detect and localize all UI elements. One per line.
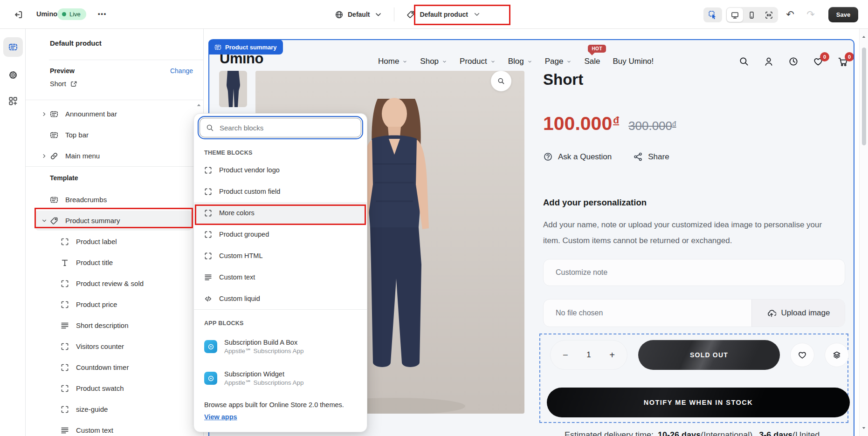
sidebar-item-short-description[interactable]: Short description: [26, 315, 204, 336]
product-prices: 100.000đ 300.000đ: [543, 113, 676, 135]
scrollbar-thumb[interactable]: [862, 48, 866, 145]
search-blocks-input[interactable]: [200, 118, 361, 137]
image-zoom-button[interactable]: [491, 71, 511, 91]
sidebar-item-announcement-bar[interactable]: Announment bar: [26, 103, 204, 124]
block-option-custom-html[interactable]: Custom HTML: [194, 245, 367, 266]
chevron-down-icon: [527, 59, 532, 64]
text-lines-icon: [61, 426, 69, 435]
search-icon: [206, 124, 214, 132]
apps-tab[interactable]: [3, 91, 23, 111]
fullscreen-view-button[interactable]: [761, 8, 777, 22]
block-icon: [204, 166, 212, 174]
store-recently-viewed-button[interactable]: [788, 56, 799, 67]
undo-button[interactable]: ↶: [783, 7, 798, 22]
quantity-increase-button[interactable]: +: [609, 350, 615, 361]
inspector-toggle-button[interactable]: [703, 7, 722, 22]
store-search-button[interactable]: [739, 56, 749, 67]
preview-page[interactable]: Short: [50, 80, 77, 88]
chevron-down-icon: [402, 59, 407, 64]
product-thumbnail-image[interactable]: [219, 71, 247, 107]
product-title: Short: [543, 71, 583, 89]
chevron-right-icon[interactable]: [41, 111, 48, 117]
scroll-down-arrow[interactable]: [861, 426, 866, 430]
sidebar-item-visitors-counter[interactable]: Visitors counter: [26, 336, 204, 357]
hot-badge: HOT: [588, 45, 606, 53]
sidebar-item-product-swatch[interactable]: Product swatch: [26, 378, 204, 399]
text-lines-icon: [61, 321, 69, 330]
exit-editor-button[interactable]: [9, 7, 27, 22]
sidebar-item-main-menu[interactable]: Main menu: [26, 145, 204, 166]
nav-item-buy-umino[interactable]: Buy Umino!: [613, 57, 654, 66]
sidebar-item-custom-text[interactable]: Custom text: [26, 420, 204, 436]
view-apps-link[interactable]: View apps: [204, 413, 237, 421]
quantity-decrease-button[interactable]: −: [563, 350, 568, 361]
sold-out-button[interactable]: SOLD OUT: [638, 340, 780, 370]
upload-image-button[interactable]: Upload image: [751, 300, 845, 327]
add-to-wishlist-button[interactable]: [790, 343, 814, 367]
question-circle-icon: [543, 152, 553, 162]
redo-button[interactable]: ↷: [803, 7, 818, 22]
sidebar-item-product-title[interactable]: Product title: [26, 252, 204, 273]
notify-me-button[interactable]: NOTIFY ME WHEN IN STOCK: [547, 388, 850, 417]
sidebar-item-top-bar[interactable]: Top bar: [26, 124, 204, 145]
locale-selector[interactable]: Default: [335, 10, 389, 19]
compare-at-price: 300.000đ: [628, 119, 676, 133]
nav-item-product[interactable]: Product: [460, 57, 496, 66]
appstle-app-icon: [204, 340, 217, 353]
customize-note-input[interactable]: [543, 259, 845, 286]
section-icon: [50, 196, 58, 204]
theme-settings-tab[interactable]: [3, 65, 23, 85]
block-option-product-grouped[interactable]: Product grouped: [194, 224, 367, 245]
theme-blocks-heading: THEME BLOCKS: [204, 150, 367, 156]
sidebar-item-product-label[interactable]: Product label: [26, 231, 204, 252]
page-scrollbar[interactable]: [859, 29, 868, 436]
divider: [194, 309, 367, 310]
nav-item-sale[interactable]: HOTSale: [584, 57, 600, 66]
nav-item-page[interactable]: Page: [545, 57, 572, 66]
store-cart-button[interactable]: 0: [838, 56, 848, 67]
sidebar-item-product-review-sold[interactable]: Product review & sold: [26, 273, 204, 294]
store-wishlist-button[interactable]: 0: [813, 56, 823, 67]
block-icon: [204, 188, 212, 196]
sidebar-item-product-summary[interactable]: Product summary: [26, 210, 204, 231]
nav-item-blog[interactable]: Blog: [508, 57, 532, 66]
change-preview-link[interactable]: Change: [170, 67, 193, 75]
sidebar-item-countdown-timer[interactable]: Countdown timer: [26, 357, 204, 378]
add-to-compare-button[interactable]: [825, 343, 849, 367]
block-option-product-vendor-logo[interactable]: Product vendor logo: [194, 159, 367, 181]
popover-footer: Browse apps built for Online Store 2.0 t…: [204, 399, 357, 423]
section-icon: [50, 131, 58, 139]
scroll-up-arrow[interactable]: [861, 34, 866, 39]
nav-item-home[interactable]: Home: [378, 57, 407, 66]
quantity-value[interactable]: 1: [586, 350, 591, 360]
layers-icon: [832, 350, 841, 360]
store-account-button[interactable]: [764, 56, 774, 67]
sections-tab[interactable]: [3, 37, 23, 57]
sidebar-item-size-guide[interactable]: size-guide: [26, 399, 204, 420]
nav-item-shop[interactable]: Shop: [420, 57, 447, 66]
chevron-down-icon[interactable]: [41, 218, 48, 224]
block-option-more-colors[interactable]: More colors: [194, 202, 367, 224]
block-option-custom-text[interactable]: Custom text: [194, 266, 367, 288]
more-actions-button[interactable]: ⋯: [94, 7, 110, 21]
app-block-subscription-build-a-box[interactable]: Subscription Build A BoxAppstle℠ Subscri…: [194, 331, 367, 362]
sidebar-item-breadcrumbs[interactable]: Breadcrumbs: [26, 189, 204, 210]
desktop-view-button[interactable]: [727, 8, 743, 22]
block-option-custom-liquid[interactable]: Custom liquid: [194, 288, 367, 309]
template-heading: Template: [26, 167, 204, 189]
ask-a-question-link[interactable]: Ask a Question: [543, 152, 612, 162]
share-link[interactable]: Share: [633, 152, 669, 162]
block-icon: [61, 342, 69, 351]
app-block-subscription-widget[interactable]: Subscription WidgetAppstle℠ Subscription…: [194, 362, 367, 394]
theme-blocks-list: Product vendor logo Product custom field…: [194, 159, 367, 309]
block-option-product-custom-field[interactable]: Product custom field: [194, 181, 367, 202]
template-selector[interactable]: Default product: [399, 5, 488, 24]
mobile-view-button[interactable]: [744, 8, 760, 22]
chevron-right-icon[interactable]: [41, 153, 48, 159]
save-button[interactable]: Save: [828, 7, 858, 22]
section-icon: [214, 44, 221, 51]
text-lines-icon: [204, 273, 212, 281]
sale-price: 100.000đ: [543, 113, 619, 135]
theme-name: Umino: [36, 10, 57, 18]
sidebar-item-product-price[interactable]: Product price: [26, 294, 204, 315]
